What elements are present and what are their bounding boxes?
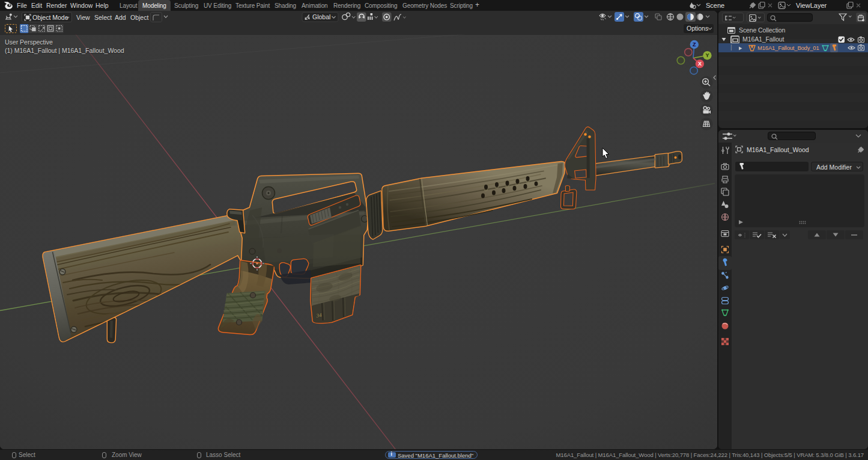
svg-text:Y: Y: [705, 52, 709, 58]
svg-text:Global: Global: [312, 13, 330, 20]
svg-text:X: X: [698, 61, 702, 67]
svg-text:Z: Z: [693, 41, 696, 48]
svg-text:M16A1_Fallout_Wood: M16A1_Fallout_Wood: [747, 146, 809, 153]
svg-text:Scene: Scene: [706, 2, 724, 9]
svg-text:ViewLayer: ViewLayer: [796, 2, 827, 9]
